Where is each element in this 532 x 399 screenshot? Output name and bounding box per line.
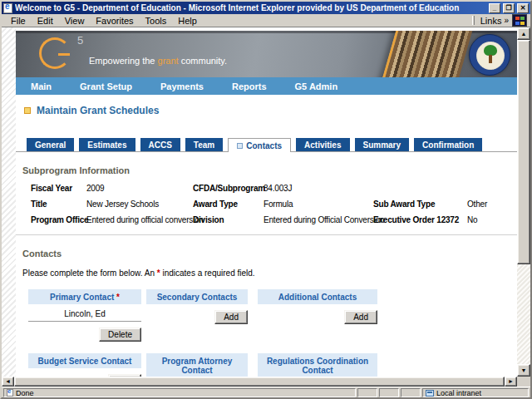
contacts-section-heading: Contacts bbox=[22, 249, 517, 259]
tab-activities[interactable]: Activities bbox=[296, 138, 349, 151]
additional-contacts-box: Additional Contacts Add bbox=[258, 289, 377, 342]
status-pane-1 bbox=[357, 388, 377, 397]
horizontal-scrollbar[interactable]: ◄ ► bbox=[2, 377, 530, 387]
tab-accs[interactable]: ACCS bbox=[140, 138, 180, 151]
title-bar: Welcome to G5 - Department of Education … bbox=[2, 2, 530, 14]
links-chevron-icon[interactable]: » bbox=[504, 16, 512, 25]
vertical-scroll-track[interactable] bbox=[517, 264, 530, 364]
browser-viewport: 5 Empowering the grant community. Main G… bbox=[2, 27, 530, 387]
field-label-title: Title bbox=[31, 200, 86, 209]
field-value-title: New Jersey Schools bbox=[86, 200, 193, 209]
scrollbar-corner bbox=[517, 377, 530, 387]
budget-service-add-button[interactable]: Add bbox=[108, 374, 141, 377]
field-value-award-type: Formula bbox=[264, 200, 373, 209]
menu-tools[interactable]: Tools bbox=[140, 15, 173, 27]
minimize-button[interactable]: _ bbox=[489, 3, 500, 13]
nav-item-main[interactable]: Main bbox=[31, 81, 52, 91]
primary-contact-name: Lincoln, Ed bbox=[28, 304, 141, 322]
page-area: 5 Empowering the grant community. Main G… bbox=[2, 27, 517, 377]
field-label-sub-award-type: Sub Award Type bbox=[373, 200, 467, 209]
links-toolbar-label[interactable]: Links bbox=[478, 16, 505, 26]
primary-contact-required-star: * bbox=[116, 293, 120, 302]
active-tab-icon bbox=[237, 143, 243, 149]
scroll-right-button[interactable]: ► bbox=[505, 377, 517, 387]
subprogram-section-heading: Subprogram Information bbox=[22, 165, 517, 175]
horizontal-scroll-thumb[interactable] bbox=[14, 377, 505, 387]
status-text: Done bbox=[16, 389, 34, 397]
menu-file[interactable]: File bbox=[5, 15, 32, 27]
field-label-executive-order: Executive Order 12372 bbox=[373, 215, 467, 224]
restore-button[interactable]: ❐ bbox=[503, 3, 515, 13]
field-value-program-office: Entered during official conversion bbox=[86, 215, 193, 224]
regulations-coordination-contact-box: Regulations Coordination Contact Add bbox=[258, 353, 377, 377]
status-bar: Done Local intranet bbox=[2, 387, 530, 397]
menu-edit[interactable]: Edit bbox=[32, 15, 59, 27]
window-title: Welcome to G5 - Department of Education … bbox=[15, 2, 486, 14]
required-field-instruction: Please complete the form below. An * ind… bbox=[22, 268, 517, 278]
primary-contact-box: Primary Contact * Lincoln, Ed Delete bbox=[28, 289, 141, 342]
banner-tagline: Empowering the grant community. bbox=[89, 56, 227, 66]
close-button[interactable]: ✕ bbox=[517, 3, 529, 13]
scroll-down-button[interactable]: ▼ bbox=[517, 364, 530, 377]
regulations-coordination-contact-header: Regulations Coordination Contact bbox=[258, 353, 377, 377]
page-title: Maintain Grant Schedules bbox=[37, 105, 159, 116]
field-value-sub-award-type: Other bbox=[467, 200, 517, 209]
department-of-education-seal bbox=[469, 34, 510, 76]
menu-help[interactable]: Help bbox=[172, 15, 203, 27]
seal-trunk-icon bbox=[489, 55, 492, 63]
security-zone-label: Local intranet bbox=[436, 389, 481, 397]
field-label-division: Division bbox=[193, 215, 264, 224]
scroll-left-button[interactable]: ◄ bbox=[2, 377, 14, 387]
ie-document-icon bbox=[3, 3, 12, 13]
nav-item-grant-setup[interactable]: Grant Setup bbox=[80, 81, 132, 91]
status-pane-2 bbox=[379, 388, 399, 397]
secondary-contacts-box: Secondary Contacts Add bbox=[146, 289, 248, 342]
nav-item-reports[interactable]: Reports bbox=[232, 81, 267, 91]
local-intranet-icon bbox=[426, 390, 434, 397]
ie-throbber-icon bbox=[512, 14, 527, 27]
additional-contacts-add-button[interactable]: Add bbox=[344, 310, 377, 324]
tab-team[interactable]: Team bbox=[185, 138, 223, 151]
nav-item-g5-admin[interactable]: G5 Admin bbox=[295, 81, 338, 91]
tagline-grant-highlight: grant bbox=[158, 56, 179, 66]
secondary-contacts-header: Secondary Contacts bbox=[146, 289, 248, 304]
secondary-contacts-add-button[interactable]: Add bbox=[214, 310, 248, 324]
field-label-program-office: Program Office bbox=[31, 215, 86, 224]
browser-window: Welcome to G5 - Department of Education … bbox=[0, 0, 532, 399]
contact-row-1: Primary Contact * Lincoln, Ed Delete Sec… bbox=[28, 289, 517, 342]
tab-confirmation[interactable]: Confirmation bbox=[414, 138, 482, 151]
scroll-up-button[interactable]: ▲ bbox=[517, 27, 530, 40]
links-toolbar-grip[interactable] bbox=[472, 16, 475, 25]
vertical-scroll-thumb[interactable] bbox=[517, 40, 530, 264]
field-value-executive-order: No bbox=[467, 215, 517, 224]
field-label-award-type: Award Type bbox=[193, 200, 264, 209]
tab-strip: General Estimates ACCS Team Contacts Act… bbox=[16, 138, 517, 152]
field-label-fiscal-year: Fiscal Year bbox=[31, 184, 86, 193]
tab-general[interactable]: General bbox=[27, 138, 74, 151]
vertical-scrollbar[interactable]: ▲ ▼ bbox=[517, 27, 530, 377]
field-value-cfda-subprogram: 84.003J bbox=[264, 184, 373, 193]
tab-estimates[interactable]: Estimates bbox=[79, 138, 135, 151]
program-attorney-contact-header: Program Attorney Contact bbox=[146, 353, 248, 377]
section-divider bbox=[16, 234, 517, 235]
menu-view[interactable]: View bbox=[59, 15, 91, 27]
g5-logo-icon bbox=[39, 37, 71, 69]
security-zone-pane: Local intranet bbox=[422, 388, 529, 397]
primary-contact-delete-button[interactable]: Delete bbox=[99, 328, 141, 342]
additional-contacts-header: Additional Contacts bbox=[258, 289, 377, 304]
subprogram-fields: Fiscal Year 2009 CFDA/Subprogram 84.003J… bbox=[31, 184, 517, 224]
page-title-bullet-icon bbox=[24, 107, 31, 114]
g5-banner: 5 Empowering the grant community. bbox=[16, 31, 517, 77]
nav-item-payments[interactable]: Payments bbox=[160, 81, 204, 91]
status-pane-3 bbox=[401, 388, 421, 397]
budget-service-contact-box: Budget Service Contact Add bbox=[28, 353, 141, 377]
field-value-division: Entered during Official Conversion bbox=[264, 215, 373, 224]
status-pane-main: Done bbox=[3, 388, 356, 397]
budget-service-contact-header: Budget Service Contact bbox=[28, 353, 141, 368]
page-content: 5 Empowering the grant community. Main G… bbox=[16, 27, 517, 377]
contact-row-2: Budget Service Contact Add Program Attor… bbox=[28, 353, 517, 377]
g5-logo-number: 5 bbox=[77, 34, 83, 47]
tab-contacts[interactable]: Contacts bbox=[228, 138, 291, 152]
menu-favorites[interactable]: Favorites bbox=[90, 15, 139, 27]
tab-summary[interactable]: Summary bbox=[355, 138, 410, 151]
